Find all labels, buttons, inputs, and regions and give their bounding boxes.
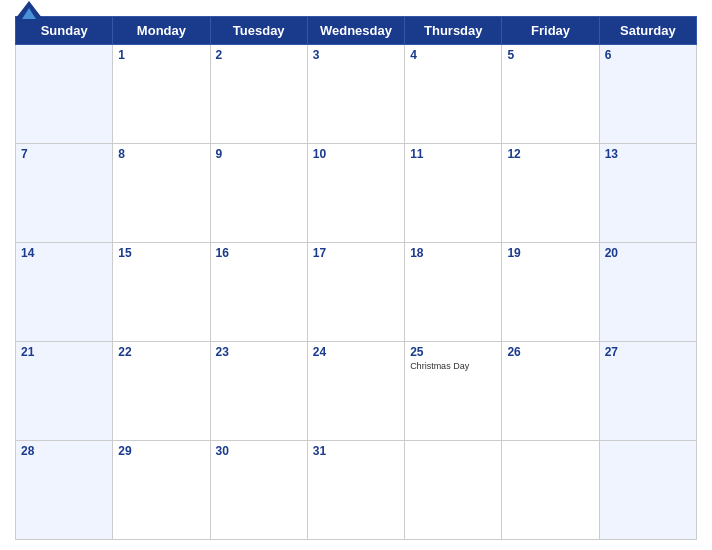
weekday-header-tuesday: Tuesday bbox=[210, 17, 307, 45]
day-number: 21 bbox=[21, 345, 107, 359]
day-number: 12 bbox=[507, 147, 593, 161]
weekday-header-sunday: Sunday bbox=[16, 17, 113, 45]
day-number: 8 bbox=[118, 147, 204, 161]
day-number: 20 bbox=[605, 246, 691, 260]
calendar-cell: 31 bbox=[307, 441, 404, 540]
calendar-cell: 27 bbox=[599, 342, 696, 441]
calendar-cell: 22 bbox=[113, 342, 210, 441]
day-number: 7 bbox=[21, 147, 107, 161]
calendar-cell: 7 bbox=[16, 144, 113, 243]
calendar-week-row: 2122232425Christmas Day2627 bbox=[16, 342, 697, 441]
day-number: 3 bbox=[313, 48, 399, 62]
calendar-cell: 19 bbox=[502, 243, 599, 342]
day-number: 11 bbox=[410, 147, 496, 161]
calendar-cell: 23 bbox=[210, 342, 307, 441]
calendar-cell: 28 bbox=[16, 441, 113, 540]
calendar-cell: 25Christmas Day bbox=[405, 342, 502, 441]
weekday-header-thursday: Thursday bbox=[405, 17, 502, 45]
calendar-cell: 21 bbox=[16, 342, 113, 441]
calendar-cell bbox=[502, 441, 599, 540]
calendar-cell: 18 bbox=[405, 243, 502, 342]
calendar-week-row: 14151617181920 bbox=[16, 243, 697, 342]
calendar-week-row: 28293031 bbox=[16, 441, 697, 540]
day-number: 31 bbox=[313, 444, 399, 458]
calendar-cell: 5 bbox=[502, 45, 599, 144]
calendar-cell bbox=[16, 45, 113, 144]
holiday-label: Christmas Day bbox=[410, 361, 496, 371]
calendar-cell: 30 bbox=[210, 441, 307, 540]
calendar-cell: 26 bbox=[502, 342, 599, 441]
day-number: 27 bbox=[605, 345, 691, 359]
calendar-cell: 24 bbox=[307, 342, 404, 441]
day-number: 2 bbox=[216, 48, 302, 62]
calendar-week-row: 123456 bbox=[16, 45, 697, 144]
calendar-cell: 14 bbox=[16, 243, 113, 342]
calendar-cell: 10 bbox=[307, 144, 404, 243]
calendar-week-row: 78910111213 bbox=[16, 144, 697, 243]
day-number: 16 bbox=[216, 246, 302, 260]
day-number: 6 bbox=[605, 48, 691, 62]
day-number: 25 bbox=[410, 345, 496, 359]
day-number: 5 bbox=[507, 48, 593, 62]
day-number: 24 bbox=[313, 345, 399, 359]
calendar-cell: 9 bbox=[210, 144, 307, 243]
calendar-cell: 29 bbox=[113, 441, 210, 540]
logo bbox=[15, 1, 43, 20]
day-number: 22 bbox=[118, 345, 204, 359]
calendar-cell: 12 bbox=[502, 144, 599, 243]
calendar-cell: 15 bbox=[113, 243, 210, 342]
weekday-header-wednesday: Wednesday bbox=[307, 17, 404, 45]
day-number: 17 bbox=[313, 246, 399, 260]
calendar-cell: 3 bbox=[307, 45, 404, 144]
day-number: 4 bbox=[410, 48, 496, 62]
day-number: 19 bbox=[507, 246, 593, 260]
calendar-cell bbox=[405, 441, 502, 540]
weekday-header-friday: Friday bbox=[502, 17, 599, 45]
day-number: 18 bbox=[410, 246, 496, 260]
calendar-table: SundayMondayTuesdayWednesdayThursdayFrid… bbox=[15, 16, 697, 540]
calendar-cell: 13 bbox=[599, 144, 696, 243]
calendar-cell: 8 bbox=[113, 144, 210, 243]
day-number: 26 bbox=[507, 345, 593, 359]
day-number: 13 bbox=[605, 147, 691, 161]
calendar-cell: 1 bbox=[113, 45, 210, 144]
weekday-header-saturday: Saturday bbox=[599, 17, 696, 45]
calendar-cell: 11 bbox=[405, 144, 502, 243]
calendar-cell bbox=[599, 441, 696, 540]
calendar-cell: 2 bbox=[210, 45, 307, 144]
calendar-cell: 4 bbox=[405, 45, 502, 144]
calendar-cell: 16 bbox=[210, 243, 307, 342]
day-number: 1 bbox=[118, 48, 204, 62]
day-number: 15 bbox=[118, 246, 204, 260]
calendar-cell: 17 bbox=[307, 243, 404, 342]
calendar-cell: 20 bbox=[599, 243, 696, 342]
day-number: 9 bbox=[216, 147, 302, 161]
day-number: 23 bbox=[216, 345, 302, 359]
weekday-header-row: SundayMondayTuesdayWednesdayThursdayFrid… bbox=[16, 17, 697, 45]
day-number: 30 bbox=[216, 444, 302, 458]
day-number: 29 bbox=[118, 444, 204, 458]
day-number: 14 bbox=[21, 246, 107, 260]
calendar-cell: 6 bbox=[599, 45, 696, 144]
day-number: 28 bbox=[21, 444, 107, 458]
day-number: 10 bbox=[313, 147, 399, 161]
weekday-header-monday: Monday bbox=[113, 17, 210, 45]
